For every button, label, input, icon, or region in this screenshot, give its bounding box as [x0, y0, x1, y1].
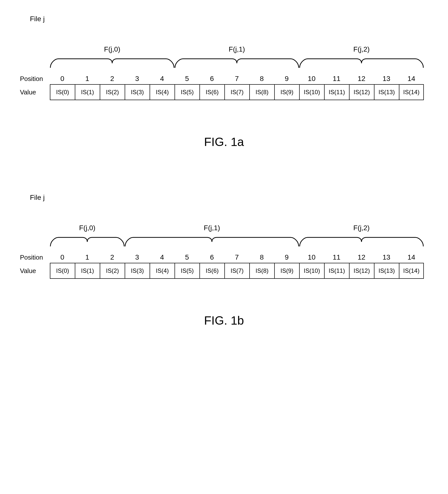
value-cell: IS(7) — [224, 84, 249, 100]
value-cell: IS(12) — [349, 84, 374, 100]
value-cell: IS(11) — [324, 263, 349, 279]
figure-caption: FIG. 1b — [20, 314, 428, 327]
value-cell: IS(11) — [324, 84, 349, 100]
value-cell: IS(5) — [175, 84, 199, 100]
diagram-wrap: F(j,0)F(j,1)F(j,2)Position01234567891011… — [20, 45, 428, 100]
value-cell: IS(8) — [249, 263, 274, 279]
value-cell: IS(2) — [100, 84, 125, 100]
position-cell: 1 — [75, 253, 100, 261]
position-cell: 8 — [249, 253, 274, 261]
position-cell: 5 — [175, 253, 199, 261]
position-cell: 10 — [299, 253, 324, 261]
value-cell: IS(5) — [175, 263, 199, 279]
position-cell: 12 — [349, 253, 374, 261]
position-cell: 10 — [299, 75, 324, 83]
position-cell: 11 — [324, 253, 349, 261]
value-cell: IS(13) — [374, 84, 399, 100]
value-cell: IS(13) — [374, 263, 399, 279]
value-cell: IS(7) — [224, 263, 249, 279]
position-cell: 2 — [100, 75, 125, 83]
position-cell: 11 — [324, 75, 349, 83]
position-cell: 3 — [125, 75, 150, 83]
brace-group: F(j,2) — [299, 45, 424, 69]
value-cell: IS(3) — [125, 263, 150, 279]
brace-label: F(j,0) — [50, 224, 125, 233]
position-cell: 6 — [199, 253, 224, 261]
position-row: Position01234567891011121314 — [20, 75, 428, 83]
position-cell: 0 — [50, 253, 75, 261]
value-row: ValueIS(0)IS(1)IS(2)IS(3)IS(4)IS(5)IS(6)… — [20, 84, 428, 100]
value-cell: IS(1) — [75, 263, 100, 279]
position-cell: 9 — [274, 75, 299, 83]
value-row-label: Value — [20, 267, 50, 275]
brace-group: F(j,1) — [175, 45, 299, 69]
brace-icon — [175, 54, 299, 69]
value-cell: IS(14) — [399, 263, 424, 279]
value-cell: IS(4) — [150, 84, 175, 100]
position-cell: 8 — [249, 75, 274, 83]
brace-icon — [299, 54, 424, 69]
position-cell: 14 — [399, 253, 424, 261]
brace-group: F(j,2) — [299, 224, 424, 247]
position-cell: 1 — [75, 75, 100, 83]
position-cell: 2 — [100, 253, 125, 261]
value-cell: IS(1) — [75, 84, 100, 100]
position-cell: 4 — [150, 253, 175, 261]
brace-group: F(j,0) — [50, 224, 125, 247]
position-cell: 13 — [374, 253, 399, 261]
brace-icon — [50, 233, 125, 247]
value-cell: IS(14) — [399, 84, 424, 100]
position-cell: 14 — [399, 75, 424, 83]
diagram-wrap: F(j,0)F(j,1)F(j,2)Position01234567891011… — [20, 224, 428, 279]
position-cells: 01234567891011121314 — [50, 253, 424, 261]
value-cells: IS(0)IS(1)IS(2)IS(3)IS(4)IS(5)IS(6)IS(7)… — [50, 84, 424, 100]
position-cell: 3 — [125, 253, 150, 261]
figure-block: File jF(j,0)F(j,1)F(j,2)Position01234567… — [20, 15, 428, 149]
brace-label: F(j,2) — [299, 45, 424, 54]
value-cell: IS(3) — [125, 84, 150, 100]
brace-icon — [125, 233, 299, 247]
figure-block: File jF(j,0)F(j,1)F(j,2)Position01234567… — [20, 194, 428, 327]
position-cell: 7 — [224, 253, 249, 261]
brace-label: F(j,0) — [50, 45, 175, 54]
position-cell: 7 — [224, 75, 249, 83]
position-cell: 5 — [175, 75, 199, 83]
value-row: ValueIS(0)IS(1)IS(2)IS(3)IS(4)IS(5)IS(6)… — [20, 263, 428, 279]
value-row-label: Value — [20, 88, 50, 96]
value-cell: IS(0) — [50, 263, 75, 279]
brace-group: F(j,1) — [125, 224, 299, 247]
value-cell: IS(6) — [199, 84, 224, 100]
position-cell: 4 — [150, 75, 175, 83]
figure-caption: FIG. 1a — [20, 135, 428, 149]
brace-icon — [50, 54, 175, 69]
value-cell: IS(6) — [199, 263, 224, 279]
file-label: File j — [30, 194, 428, 202]
value-cell: IS(10) — [299, 84, 324, 100]
value-cell: IS(9) — [274, 263, 299, 279]
position-row-label: Position — [20, 254, 50, 261]
value-cell: IS(12) — [349, 263, 374, 279]
brace-group: F(j,0) — [50, 45, 175, 69]
position-cell: 6 — [199, 75, 224, 83]
position-cells: 01234567891011121314 — [50, 75, 424, 83]
position-cell: 13 — [374, 75, 399, 83]
value-cell: IS(4) — [150, 263, 175, 279]
value-cell: IS(10) — [299, 263, 324, 279]
file-label: File j — [30, 15, 428, 23]
position-cell: 12 — [349, 75, 374, 83]
value-cells: IS(0)IS(1)IS(2)IS(3)IS(4)IS(5)IS(6)IS(7)… — [50, 263, 424, 279]
value-cell: IS(2) — [100, 263, 125, 279]
position-cell: 9 — [274, 253, 299, 261]
value-cell: IS(0) — [50, 84, 75, 100]
value-cell: IS(9) — [274, 84, 299, 100]
brace-row: F(j,0)F(j,1)F(j,2) — [50, 224, 424, 251]
brace-label: F(j,1) — [125, 224, 299, 233]
position-row: Position01234567891011121314 — [20, 253, 428, 261]
position-row-label: Position — [20, 75, 50, 83]
value-cell: IS(8) — [249, 84, 274, 100]
brace-row: F(j,0)F(j,1)F(j,2) — [50, 45, 424, 73]
position-cell: 0 — [50, 75, 75, 83]
brace-label: F(j,1) — [175, 45, 299, 54]
brace-icon — [299, 233, 424, 247]
brace-label: F(j,2) — [299, 224, 424, 233]
